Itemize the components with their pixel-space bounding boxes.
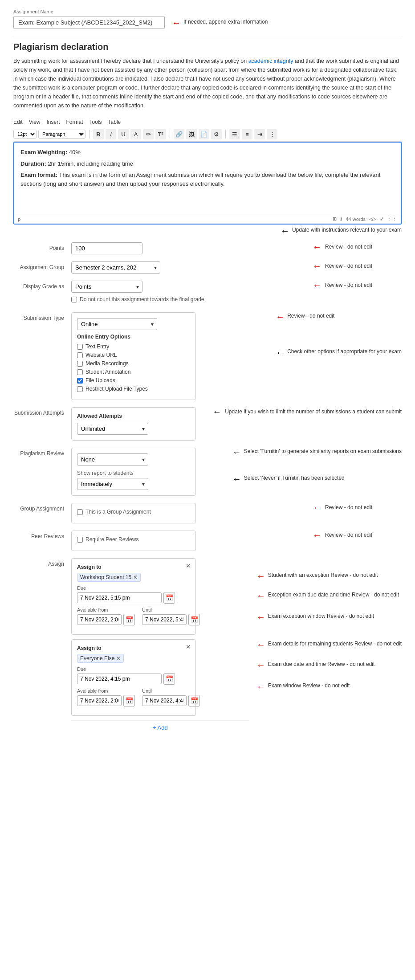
- avail-1-annotation: Exam exception window Review - do not ed…: [268, 612, 374, 620]
- assign-to-label-2: Assign to: [77, 645, 190, 651]
- menu-edit[interactable]: Edit: [13, 119, 23, 125]
- avail-row-1: Available from 📅 Until 📅: [77, 607, 190, 629]
- editor-content[interactable]: Exam Weighting: 40% Duration: 2hr 15min,…: [14, 143, 401, 214]
- avail-2-annotation-block: ← Exam window Review - do not edit: [256, 682, 402, 691]
- indent-button[interactable]: ⇥: [254, 129, 265, 139]
- assign-box-exception: ✕ Assign to Workshop Student 15 ✕ Due 📅: [71, 558, 196, 635]
- points-input[interactable]: [71, 242, 142, 254]
- final-grade-checkbox[interactable]: [71, 297, 77, 302]
- embed-button[interactable]: 📄: [199, 129, 209, 139]
- duration-label: Duration:: [20, 160, 46, 167]
- points-label: Points: [13, 242, 71, 251]
- assignee-remove-1[interactable]: ✕: [133, 574, 138, 580]
- duration-value: 2hr 15min, including reading time: [46, 160, 133, 167]
- avail-2-annotation: Exam window Review - do not edit: [268, 682, 350, 690]
- menu-view[interactable]: View: [29, 119, 41, 125]
- avail-from-input-2[interactable]: [77, 695, 122, 706]
- text-entry-checkbox[interactable]: [77, 344, 83, 350]
- file-uploads-checkbox[interactable]: [77, 378, 83, 384]
- code-view-icon[interactable]: </>: [369, 216, 376, 222]
- add-button[interactable]: + Add: [153, 724, 168, 731]
- align-button[interactable]: ☰: [229, 129, 240, 139]
- due-input-1[interactable]: [77, 592, 162, 603]
- submission-type-select[interactable]: Online: [77, 318, 157, 330]
- assignment-name-hint: If needed, append extra information: [183, 18, 268, 26]
- assignment-group-select[interactable]: Semester 2 exams, 202: [71, 261, 160, 274]
- accessibility-icon[interactable]: ⊞: [333, 216, 337, 222]
- editor-area[interactable]: Exam Weighting: 40% Duration: 2hr 15min,…: [13, 142, 402, 225]
- peer-reviews-checkbox[interactable]: [77, 537, 83, 543]
- website-url-option: Website URL: [77, 352, 190, 358]
- highlight-button[interactable]: ✏: [143, 129, 154, 139]
- until-calendar-1[interactable]: 📅: [188, 614, 200, 625]
- image-button[interactable]: 🖼: [186, 129, 197, 139]
- avail-from-input-1[interactable]: [77, 614, 122, 625]
- until-input-1[interactable]: [142, 614, 187, 625]
- online-entry-label: Online Entry Options: [77, 334, 190, 340]
- avail-from-calendar-2[interactable]: 📅: [123, 695, 135, 706]
- assignee-2-arrow: ←: [256, 640, 265, 649]
- link-button[interactable]: 🔗: [174, 129, 184, 139]
- paragraph-select[interactable]: Paragraph: [38, 130, 85, 139]
- assignment-name-input[interactable]: [13, 16, 165, 29]
- editor-annotation-text: Update with instructions relevant to you…: [292, 226, 402, 234]
- assignee-1-arrow: ←: [256, 572, 265, 580]
- restrict-upload-option: Restrict Upload File Types: [77, 386, 190, 392]
- avail-2-arrow: ←: [256, 682, 265, 691]
- display-grade-row: Display Grade as Points Do not count thi…: [13, 281, 402, 305]
- group-assignment-checkbox-label: This is a Group Assignment: [85, 509, 151, 515]
- group-assignment-checkbox[interactable]: [77, 509, 83, 515]
- points-arrow: ←: [313, 242, 321, 251]
- display-grade-arrow: ←: [313, 281, 321, 290]
- drag-icon[interactable]: ⋮⋮: [387, 216, 397, 222]
- text-color-button[interactable]: A: [130, 129, 141, 139]
- display-grade-select[interactable]: Points: [71, 281, 142, 293]
- menu-format[interactable]: Format: [66, 119, 83, 125]
- avail-from-calendar-1[interactable]: 📅: [123, 614, 135, 625]
- due-input-2[interactable]: [77, 674, 162, 684]
- superscript-button[interactable]: T²: [155, 129, 166, 139]
- allowed-attempts-select[interactable]: Unlimited: [77, 423, 148, 435]
- font-size-select[interactable]: 12pt: [13, 130, 37, 139]
- underline-button[interactable]: U: [118, 129, 129, 139]
- editor-menu-bar: Edit View Insert Format Tools Table: [13, 117, 402, 127]
- info-icon[interactable]: ℹ: [340, 216, 342, 222]
- academic-integrity-link[interactable]: academic integrity: [248, 58, 293, 64]
- due-calendar-icon-2[interactable]: 📅: [163, 673, 175, 685]
- due-calendar-icon-1[interactable]: 📅: [163, 592, 175, 604]
- assign-box-2-close[interactable]: ✕: [186, 643, 191, 650]
- website-url-checkbox[interactable]: [77, 352, 83, 358]
- plagiarism-declaration: By submitting work for assessment I here…: [13, 57, 402, 110]
- more-button[interactable]: ⚙: [211, 129, 222, 139]
- restrict-upload-checkbox[interactable]: [77, 386, 83, 392]
- more-options-button[interactable]: ⋮: [267, 129, 277, 139]
- expand-icon[interactable]: ⤢: [380, 216, 384, 222]
- menu-insert[interactable]: Insert: [46, 119, 60, 125]
- submission-type-label: Submission Type: [13, 312, 71, 321]
- assignee-name-1: Workshop Student 15: [80, 574, 131, 580]
- show-report-select[interactable]: Immediately: [77, 478, 148, 490]
- plagiarism-review-select[interactable]: None: [77, 453, 148, 466]
- student-annotation-checkbox[interactable]: [77, 369, 83, 375]
- peer-reviews-box: Require Peer Reviews: [71, 531, 196, 551]
- assignee-remove-2[interactable]: ✕: [116, 655, 121, 662]
- submission-box: Online Online Entry Options Text Entry W…: [71, 312, 196, 400]
- assign-box-1-close[interactable]: ✕: [186, 562, 191, 569]
- assign-to-label-1: Assign to: [77, 564, 190, 570]
- menu-table[interactable]: Table: [108, 119, 121, 125]
- group-assignment-box: This is a Group Assignment: [71, 503, 196, 523]
- list-button[interactable]: ≡: [242, 129, 252, 139]
- media-recordings-checkbox[interactable]: [77, 361, 83, 367]
- until-calendar-2[interactable]: 📅: [188, 695, 200, 706]
- points-annotation: Review - do not edit: [325, 244, 372, 250]
- italic-button[interactable]: I: [106, 129, 116, 139]
- assignment-name-label: Assignment Name: [13, 9, 402, 14]
- until-input-2[interactable]: [142, 695, 187, 706]
- assignment-group-arrow: ←: [313, 261, 321, 270]
- plagiarism-review-annotation: Select 'Turnitin' to generate similarity…: [244, 448, 402, 455]
- assignee-2-annotation-block: ← Exam details for remaining students Re…: [256, 640, 402, 649]
- peer-reviews-row: Peer Reviews Require Peer Reviews ← Revi…: [13, 531, 402, 551]
- due-2-arrow: ←: [256, 661, 265, 670]
- bold-button[interactable]: B: [93, 129, 104, 139]
- menu-tools[interactable]: Tools: [90, 119, 102, 125]
